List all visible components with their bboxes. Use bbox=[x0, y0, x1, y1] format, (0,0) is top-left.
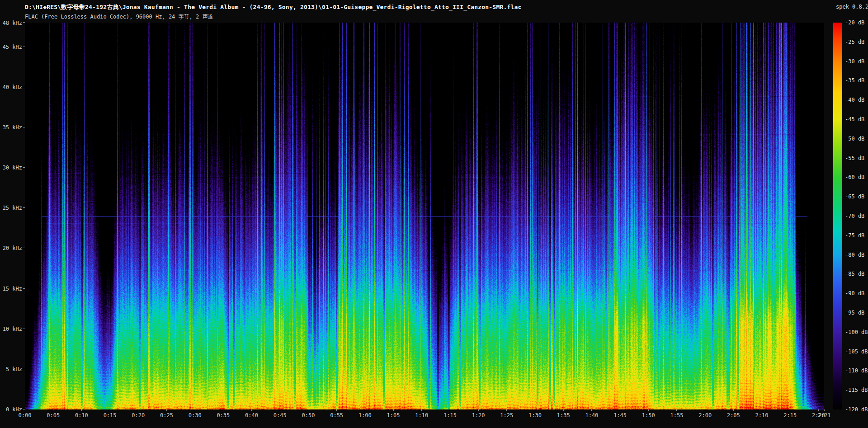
db-tick-label: -95 dB bbox=[845, 310, 864, 316]
time-tick-label: 0:35 bbox=[217, 412, 230, 419]
db-tick-label: -40 dB bbox=[845, 97, 864, 103]
time-tick-label: 0:05 bbox=[47, 412, 60, 419]
time-tick-label: 0:25 bbox=[160, 412, 173, 419]
freq-tick-label: 20 kHz bbox=[0, 245, 22, 251]
time-tick-label: 1:55 bbox=[670, 412, 684, 419]
freq-tick-mark bbox=[23, 329, 25, 329]
time-tick-mark bbox=[591, 409, 592, 411]
freq-tick-mark bbox=[23, 22, 25, 23]
time-tick-label: 0:40 bbox=[245, 412, 258, 419]
spectrogram-canvas bbox=[25, 23, 824, 409]
time-tick-mark bbox=[648, 409, 649, 411]
time-tick-label: 1:25 bbox=[500, 412, 513, 419]
db-tick-label: -20 dB bbox=[845, 19, 864, 26]
time-tick-mark bbox=[336, 409, 337, 411]
time-tick-label: 1:30 bbox=[528, 412, 542, 419]
time-tick-label: 1:00 bbox=[359, 412, 372, 419]
time-tick-mark bbox=[53, 409, 53, 411]
freq-tick-label: 30 kHz bbox=[0, 165, 22, 171]
freq-tick-label: 40 kHz bbox=[0, 84, 22, 90]
db-tick-label: -100 dB bbox=[845, 329, 868, 335]
time-tick-label: 0:10 bbox=[75, 412, 88, 419]
freq-tick-label: 10 kHz bbox=[0, 326, 22, 332]
db-tick-label: -85 dB bbox=[845, 271, 864, 277]
freq-tick-label: 25 kHz bbox=[0, 205, 22, 211]
time-tick-mark bbox=[824, 409, 825, 411]
db-tick-label: -25 dB bbox=[845, 39, 864, 45]
freq-tick-mark bbox=[23, 207, 25, 208]
time-tick-mark bbox=[195, 409, 195, 411]
time-tick-label: 1:35 bbox=[557, 412, 570, 419]
time-tick-label: 1:50 bbox=[642, 412, 655, 419]
time-tick-mark bbox=[25, 409, 25, 411]
time-tick-label: 1:10 bbox=[415, 412, 428, 419]
db-tick-label: -60 dB bbox=[845, 174, 864, 180]
time-tick-mark bbox=[705, 409, 705, 411]
freq-tick-mark bbox=[23, 87, 25, 87]
time-tick-label: 0:00 bbox=[19, 412, 32, 419]
freq-tick-label: 15 kHz bbox=[0, 286, 22, 292]
db-legend-colorbar bbox=[833, 23, 842, 409]
freq-tick-mark bbox=[23, 369, 25, 369]
time-tick-mark bbox=[421, 409, 422, 411]
time-tick-label: 0:20 bbox=[132, 412, 145, 419]
time-tick-label: 2:21 bbox=[818, 412, 831, 419]
time-tick-mark bbox=[223, 409, 223, 411]
freq-tick-label: 5 kHz bbox=[0, 366, 22, 372]
file-info-line: FLAC (Free Lossless Audio Codec), 96000 … bbox=[25, 13, 213, 21]
time-tick-label: 0:55 bbox=[330, 412, 343, 419]
time-tick-label: 0:45 bbox=[274, 412, 287, 419]
time-tick-label: 1:40 bbox=[585, 412, 598, 419]
file-path-title: D:\HI◆RES\数字母带24-192古典\Jonas Kaufmann - … bbox=[25, 3, 522, 11]
time-tick-label: 0:50 bbox=[302, 412, 315, 419]
freq-tick-label: 35 kHz bbox=[0, 124, 22, 131]
time-tick-label: 1:45 bbox=[613, 412, 627, 419]
time-tick-label: 1:05 bbox=[387, 412, 400, 419]
time-tick-label: 0:15 bbox=[104, 412, 117, 419]
time-tick-mark bbox=[251, 409, 252, 411]
time-tick-mark bbox=[138, 409, 138, 411]
db-tick-label: -30 dB bbox=[845, 58, 864, 65]
db-tick-label: -105 dB bbox=[845, 348, 868, 355]
time-tick-mark bbox=[676, 409, 677, 411]
freq-tick-mark bbox=[23, 288, 25, 289]
spek-window: D:\HI◆RES\数字母带24-192古典\Jonas Kaufmann - … bbox=[0, 0, 868, 428]
db-tick-label: -115 dB bbox=[845, 387, 868, 393]
time-tick-label: 0:30 bbox=[189, 412, 202, 419]
db-tick-label: -80 dB bbox=[845, 252, 864, 258]
time-tick-mark bbox=[308, 409, 308, 411]
time-tick-mark bbox=[535, 409, 535, 411]
time-tick-label: 1:20 bbox=[472, 412, 485, 419]
time-tick-mark bbox=[110, 409, 110, 411]
time-tick-mark bbox=[790, 409, 790, 411]
db-tick-label: -55 dB bbox=[845, 155, 864, 161]
time-tick-label: 2:00 bbox=[698, 412, 712, 419]
time-tick-mark bbox=[620, 409, 620, 411]
time-tick-label: 2:10 bbox=[755, 412, 769, 419]
time-tick-label: 2:05 bbox=[727, 412, 740, 419]
db-tick-label: -65 dB bbox=[845, 193, 864, 200]
db-tick-label: -45 dB bbox=[845, 116, 864, 122]
time-tick-label: 1:15 bbox=[443, 412, 457, 419]
app-version-label: spek 0.8.2 bbox=[836, 4, 868, 10]
time-tick-mark bbox=[818, 409, 819, 411]
time-tick-mark bbox=[81, 409, 82, 411]
db-tick-label: -110 dB bbox=[845, 367, 868, 374]
time-tick-label: 2:15 bbox=[783, 412, 797, 419]
db-tick-label: -75 dB bbox=[845, 232, 864, 239]
time-tick-mark bbox=[733, 409, 734, 411]
time-tick-mark bbox=[563, 409, 564, 411]
db-tick-label: -35 dB bbox=[845, 77, 864, 84]
freq-tick-mark bbox=[23, 167, 25, 168]
db-tick-label: -90 dB bbox=[845, 290, 864, 296]
freq-tick-mark bbox=[23, 47, 25, 47]
time-tick-mark bbox=[478, 409, 479, 411]
time-tick-mark bbox=[166, 409, 167, 411]
time-tick-mark bbox=[365, 409, 365, 411]
time-tick-mark bbox=[450, 409, 450, 411]
time-tick-mark bbox=[506, 409, 507, 411]
freq-tick-label: 0 kHz bbox=[0, 406, 22, 413]
freq-tick-mark bbox=[23, 127, 25, 127]
freq-tick-label: 45 kHz bbox=[0, 44, 22, 50]
time-tick-mark bbox=[762, 409, 762, 411]
